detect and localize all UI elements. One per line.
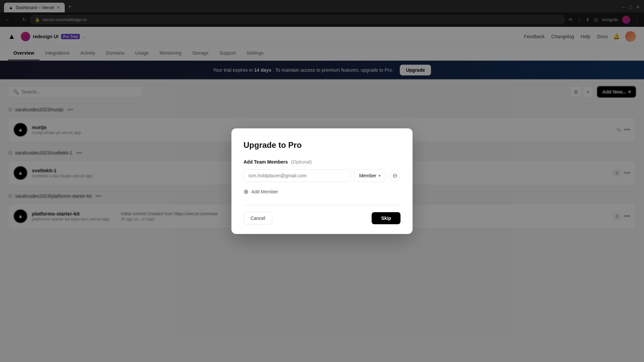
role-chevron-icon: ▾ bbox=[378, 173, 381, 178]
minus-icon: ⊖ bbox=[392, 172, 397, 179]
modal-title: Upgrade to Pro bbox=[244, 140, 400, 150]
section-label-text: Add Team Members bbox=[244, 159, 288, 165]
modal-overlay[interactable]: Upgrade to Pro Add Team Members (Optiona… bbox=[0, 0, 644, 241]
modal-divider bbox=[244, 205, 400, 205]
member-row: Member ▾ ⊖ bbox=[244, 169, 400, 182]
cancel-button[interactable]: Cancel bbox=[244, 212, 272, 225]
add-member-label: Add Member bbox=[251, 189, 278, 194]
add-member-button[interactable]: ⊕ Add Member bbox=[244, 187, 278, 197]
role-select[interactable]: Member ▾ bbox=[354, 169, 386, 182]
modal-footer: Cancel Skip bbox=[244, 212, 400, 225]
upgrade-modal: Upgrade to Pro Add Team Members (Optiona… bbox=[231, 128, 413, 234]
member-email-input[interactable] bbox=[244, 169, 351, 182]
section-label: Add Team Members (Optional) bbox=[244, 159, 400, 165]
add-icon: ⊕ bbox=[244, 188, 249, 195]
role-value: Member bbox=[359, 173, 376, 178]
skip-button[interactable]: Skip bbox=[372, 212, 400, 224]
section-optional-text: (Optional) bbox=[291, 159, 312, 165]
remove-member-button[interactable]: ⊖ bbox=[389, 170, 400, 181]
